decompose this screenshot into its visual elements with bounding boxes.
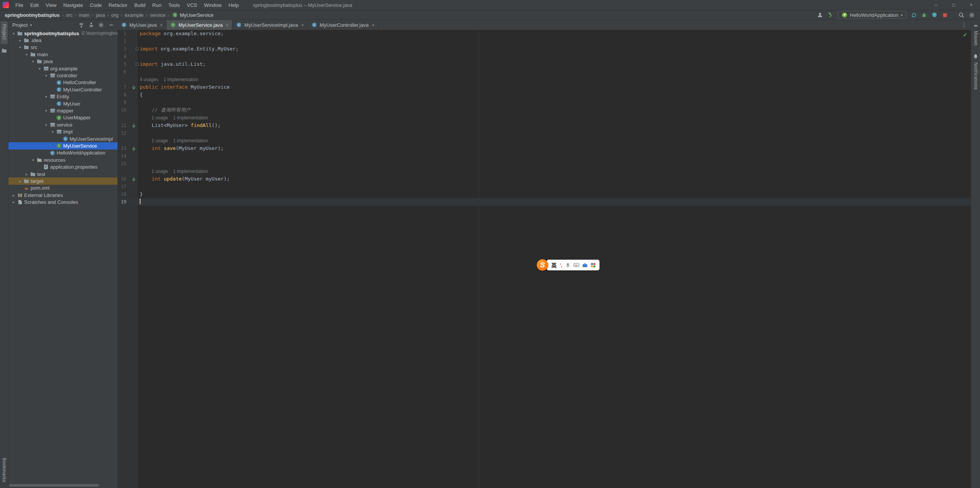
chevron-right-icon[interactable]: ▸ <box>11 193 16 197</box>
chevron-down-icon[interactable]: ▾ <box>30 59 36 63</box>
chevron-down-icon[interactable]: ▾ <box>30 23 32 27</box>
stop-icon[interactable] <box>942 12 948 18</box>
tab-myusercontroller-java[interactable]: CMyUserController.java× <box>308 20 378 30</box>
keyboard-icon[interactable] <box>573 263 579 267</box>
menu-build[interactable]: Build <box>131 0 149 10</box>
tree-item[interactable]: ▸External Libraries <box>8 192 118 198</box>
tree-item[interactable]: ▾Entity <box>8 93 118 100</box>
code-line[interactable]: 15 <box>118 160 971 168</box>
usage-hint[interactable]: 1 usage 1 implementation <box>152 169 208 174</box>
implemented-marker-icon[interactable] <box>130 175 137 183</box>
tree-item[interactable]: IUserMapper <box>8 114 118 121</box>
code-line[interactable]: 4 <box>118 53 971 60</box>
tree-item[interactable]: ▾java <box>8 58 118 65</box>
implemented-marker-icon[interactable] <box>130 145 137 152</box>
tab-myuser-java[interactable]: CMyUser.java× <box>118 20 167 30</box>
close-icon[interactable]: × <box>160 22 163 28</box>
ime-language-toggle[interactable]: 英 <box>551 261 557 269</box>
window-minimize-button[interactable]: ─ <box>927 0 945 10</box>
inspection-ok-icon[interactable]: ✓ <box>963 32 967 38</box>
close-icon[interactable]: × <box>226 22 229 28</box>
expand-all-icon[interactable] <box>78 22 84 28</box>
menu-run[interactable]: Run <box>149 0 165 10</box>
implemented-marker-icon[interactable] <box>130 122 137 129</box>
breadcrumb-item[interactable]: service <box>149 12 166 18</box>
fold-icon[interactable] <box>136 63 139 66</box>
tree-item[interactable]: ▾resources <box>8 156 118 163</box>
menu-edit[interactable]: Edit <box>27 0 42 10</box>
usage-hint[interactable]: 1 usage 1 implementation <box>152 115 208 120</box>
usage-hint[interactable]: 1 usage 1 implementation <box>152 138 208 143</box>
settings-icon[interactable] <box>98 22 104 28</box>
menu-refactor[interactable]: Refactor <box>105 0 131 10</box>
code-line[interactable]: 7public interface MyUserService <box>118 83 971 91</box>
chevron-down-icon[interactable]: ▾ <box>43 94 49 99</box>
tree-item[interactable]: CMyUser <box>8 100 118 107</box>
rerun-icon[interactable] <box>911 12 917 18</box>
code-line[interactable]: 1 usage 1 implementation <box>118 168 971 175</box>
menu-code[interactable]: Code <box>87 0 105 10</box>
coverage-icon[interactable] <box>931 12 938 18</box>
chevron-right-icon[interactable]: ▸ <box>17 179 23 183</box>
code-line[interactable]: 16 int update(MyUser myUser); <box>118 175 971 183</box>
implemented-marker-icon[interactable] <box>130 83 137 91</box>
tab-options-icon[interactable]: ⋮ <box>957 20 971 30</box>
code-line[interactable]: 10 // 查询所有用户 <box>118 106 971 114</box>
horizontal-scrollbar[interactable] <box>9 484 99 486</box>
code-line[interactable]: 1 usage 1 implementation <box>118 114 971 122</box>
toolwindow-tab-maven[interactable]: mMaven <box>973 22 978 46</box>
tree-item[interactable]: ▾springbootmybatisplusE:\learn\springboo… <box>8 30 118 37</box>
menu-window[interactable]: Window <box>201 0 225 10</box>
chevron-down-icon[interactable]: ▾ <box>24 52 29 57</box>
chevron-right-icon[interactable]: ▸ <box>17 38 23 42</box>
settings-icon[interactable] <box>969 12 975 18</box>
menu-file[interactable]: File <box>12 0 27 10</box>
breadcrumb-item[interactable]: src <box>65 12 73 18</box>
folder-icon[interactable] <box>2 48 7 55</box>
code-line[interactable]: 4 usages 1 implementation <box>118 76 971 83</box>
breadcrumb-item[interactable]: springbootmybatisplus <box>4 12 60 18</box>
toolwindow-tab-notifications[interactable]: Notifications <box>973 54 978 90</box>
menu-navigate[interactable]: Navigate <box>60 0 86 10</box>
microphone-icon[interactable] <box>565 263 570 268</box>
code-line[interactable]: 5import java.util.List; <box>118 60 971 68</box>
tree-item[interactable]: mpom.xml <box>8 185 118 192</box>
code-line[interactable]: 1package org.example.service; <box>118 30 971 37</box>
code-line[interactable]: 17 <box>118 183 971 190</box>
tab-myuserservice-java[interactable]: IMyUserService.java× <box>167 20 232 30</box>
menu-vcs[interactable]: VCS <box>183 0 201 10</box>
tree-item[interactable]: ▸.idea <box>8 37 118 44</box>
code-line[interactable]: 8{ <box>118 91 971 99</box>
tree-item[interactable]: CMyUserController <box>8 86 118 93</box>
hide-icon[interactable] <box>108 22 114 28</box>
search-icon[interactable] <box>958 12 964 18</box>
menu-view[interactable]: View <box>42 0 60 10</box>
window-maximize-button[interactable]: □ <box>945 0 962 10</box>
fold-icon[interactable] <box>136 47 139 50</box>
tree-item[interactable]: ▾mapper <box>8 107 118 114</box>
usage-hint[interactable]: 4 usages 1 implementation <box>140 77 198 82</box>
code-line[interactable]: 3import org.example.Entity.MyUser; <box>118 45 971 53</box>
chevron-down-icon[interactable]: ▾ <box>17 45 23 49</box>
chevron-right-icon[interactable]: ▸ <box>24 172 29 176</box>
tree-item[interactable]: ▾controller <box>8 72 118 79</box>
code-line[interactable]: 1 usage 1 implementation <box>118 137 971 145</box>
close-icon[interactable]: × <box>372 22 375 28</box>
collapse-all-icon[interactable] <box>88 22 94 28</box>
ime-punctuation-toggle[interactable]: ’, <box>560 262 562 268</box>
chevron-down-icon[interactable]: ▾ <box>43 123 49 127</box>
chevron-down-icon[interactable]: ▾ <box>11 31 16 36</box>
tree-item[interactable]: ▾src <box>8 44 118 51</box>
code-editor[interactable]: 1package org.example.service;23import or… <box>118 30 971 488</box>
project-panel-title[interactable]: Project <box>12 22 28 28</box>
tree-item[interactable]: ▾Impl <box>8 128 118 135</box>
toolwindow-tab-bookmarks[interactable]: Bookmarks <box>2 458 7 484</box>
code-line[interactable]: 19 <box>118 198 971 206</box>
code-line[interactable]: 11 List<MyUser> findAll(); <box>118 122 971 129</box>
chevron-down-icon[interactable]: ▾ <box>50 130 56 134</box>
chevron-down-icon[interactable]: ▾ <box>37 67 42 71</box>
chevron-down-icon[interactable]: ▾ <box>43 73 49 78</box>
code-line[interactable]: 18} <box>118 190 971 198</box>
chevron-down-icon[interactable]: ▾ <box>43 109 49 113</box>
tree-item[interactable]: ▾org.example <box>8 65 118 72</box>
